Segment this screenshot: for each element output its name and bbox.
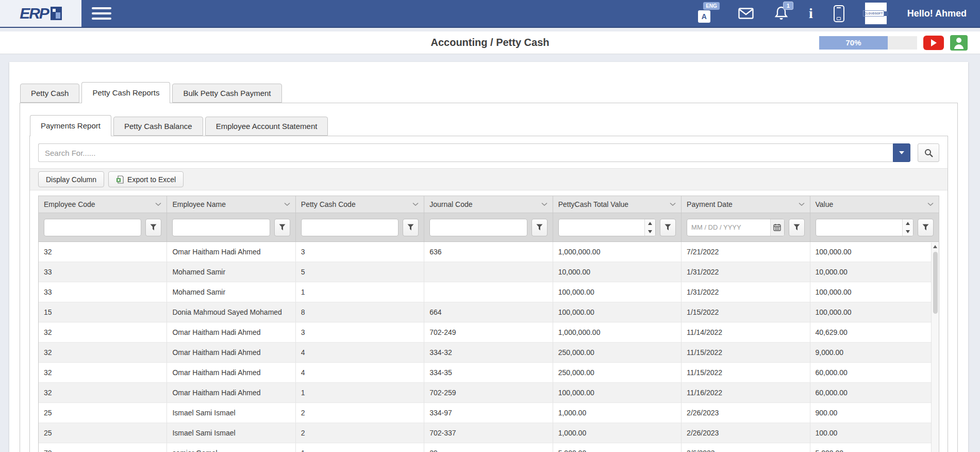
filter-funnel-button-4[interactable] [660,219,676,236]
column-header-employee-code[interactable]: Employee Code [39,196,167,213]
table-cell: 7/21/2022 [682,242,810,262]
column-header-pettycash-total-value[interactable]: PettyCash Total Value [553,196,682,213]
number-spinner-4 [644,219,655,236]
table-cell: 1,000,000.00 [553,242,682,262]
column-header-journal-code[interactable]: Journal Code [424,196,553,213]
export-to-excel-button[interactable]: Export to Excel [108,171,184,187]
chevron-down-icon [670,202,676,206]
table-cell: 1,000,000.00 [553,322,682,342]
filter-cell-6 [810,213,939,241]
filter-cell-2 [296,213,424,241]
table-cell: Omar Haitham Hadi Ahmed [167,343,295,362]
chevron-down-icon [899,151,904,154]
scrollbar-thumb[interactable] [933,252,938,314]
table-cell: 4 [296,343,424,362]
table-row[interactable]: 78samier Gamal1295,000.003/6/20235,000.0… [39,443,939,452]
column-header-label: Employee Name [172,200,226,208]
filter-input-2[interactable] [301,219,398,236]
table-cell: Ismael Sami Ismael [167,423,295,443]
grid-vertical-scrollbar[interactable] [931,243,939,452]
tab-bulk-petty-cash-payment[interactable]: Bulk Petty Cash Payment [172,84,281,103]
table-cell [424,262,553,282]
table-row[interactable]: 33Mohamed Samir1100,000.001/31/2022100,0… [39,282,939,302]
filter-input-1[interactable] [172,219,270,236]
spinner-up-icon[interactable] [645,219,655,228]
table-cell: 900.00 [810,403,939,423]
table-cell: 5,000.00 [810,443,939,452]
scroll-up-arrow-icon[interactable] [932,243,939,251]
column-header-label: Value [816,200,834,208]
table-cell: 9,000.00 [810,343,939,362]
table-cell: 40,629.00 [810,322,939,342]
table-cell: 29 [424,443,553,452]
titlebar-right: 70% [819,35,968,51]
table-cell: 10,000.00 [553,262,682,282]
hamburger-menu-icon[interactable] [92,4,111,23]
language-switch-icon[interactable]: ENG A [697,3,718,24]
filter-funnel-icon [407,224,414,231]
filter-funnel-button-5[interactable] [789,219,805,236]
tab-petty-cash-reports[interactable]: Petty Cash Reports [81,82,170,103]
notifications-bell-icon[interactable]: 1 [774,6,788,21]
filter-input-3[interactable] [429,219,527,236]
table-cell: 2/26/2023 [682,423,810,443]
filter-funnel-button-0[interactable] [145,219,161,236]
calendar-button[interactable] [770,219,784,236]
filter-funnel-button-1[interactable] [274,219,290,236]
progress-bar-fill: 70% [819,36,888,50]
table-cell: Omar Haitham Hadi Ahmed [167,242,295,262]
filter-cell-5: MM / DD / YYYY [682,213,810,241]
table-cell: 8 [296,302,424,322]
filter-input-6[interactable] [816,219,902,236]
table-cell: 100.00 [810,423,939,443]
mobile-icon[interactable] [834,5,844,22]
table-row[interactable]: 33Mohamed Samir510,000.001/31/202210,000… [39,262,939,282]
table-cell: 664 [424,302,553,322]
report-sub-tabs: Payments ReportPetty Cash BalanceEmploye… [29,115,948,136]
filter-number-input-4 [558,219,656,236]
mail-icon[interactable] [738,8,754,19]
table-row[interactable]: 25Ismael Sami Ismael2702-3371,000.002/26… [39,423,939,443]
column-header-petty-cash-code[interactable]: Petty Cash Code [296,196,424,213]
subtab-employee-account-statement[interactable]: Employee Account Statement [205,117,328,136]
tab-petty-cash[interactable]: Petty Cash [20,84,79,103]
filter-funnel-button-2[interactable] [403,219,419,236]
table-row[interactable]: 32Omar Haitham Hadi Ahmed1702-259100,000… [39,383,939,403]
filter-funnel-button-6[interactable] [918,219,934,236]
spinner-down-icon[interactable] [903,228,913,236]
search-input[interactable] [38,143,893,162]
table-cell: 60,000.00 [810,363,939,382]
youtube-icon[interactable] [923,36,944,50]
column-header-employee-name[interactable]: Employee Name [167,196,295,213]
user-avatar[interactable]: CLOUDSOFT [865,3,887,24]
chevron-down-icon [284,202,290,206]
spinner-up-icon[interactable] [903,219,913,228]
display-column-button[interactable]: Display Column [38,171,104,187]
spinner-down-icon[interactable] [645,228,655,236]
subtab-petty-cash-balance[interactable]: Petty Cash Balance [113,117,203,136]
filter-input-0[interactable] [44,219,141,236]
search-dropdown-button[interactable] [893,143,910,162]
excel-icon [116,175,124,184]
table-row[interactable]: 32Omar Haitham Hadi Ahmed3702-2491,000,0… [39,322,939,343]
subtab-payments-report[interactable]: Payments Report [30,115,111,136]
search-button[interactable] [918,143,939,162]
contacts-icon[interactable] [950,35,968,51]
column-header-value[interactable]: Value [810,196,939,213]
column-header-payment-date[interactable]: Payment Date [682,196,810,213]
tab-label: Petty Cash Reports [92,88,159,97]
filter-funnel-button-3[interactable] [531,219,547,236]
filter-funnel-icon [665,224,671,231]
table-row[interactable]: 32Omar Haitham Hadi Ahmed36361,000,000.0… [39,242,939,262]
table-row[interactable]: 25Ismael Sami Ismael2334-971,000.002/26/… [39,403,939,423]
table-cell: Omar Haitham Hadi Ahmed [167,363,295,382]
table-row[interactable]: 32Omar Haitham Hadi Ahmed4334-32250,000.… [39,343,939,363]
column-header-label: PettyCash Total Value [558,200,628,208]
table-row[interactable]: 32Omar Haitham Hadi Ahmed4334-35250,000.… [39,363,939,383]
greeting-label: Hello! Ahmed [907,8,967,19]
filter-input-4[interactable] [559,219,644,236]
date-placeholder: MM / DD / YYYY [687,219,770,236]
info-icon[interactable]: i [809,6,813,21]
chevron-down-icon [412,202,419,206]
table-row[interactable]: 15Donia Mahmoud Sayed Mohamed8664100,000… [39,302,939,322]
